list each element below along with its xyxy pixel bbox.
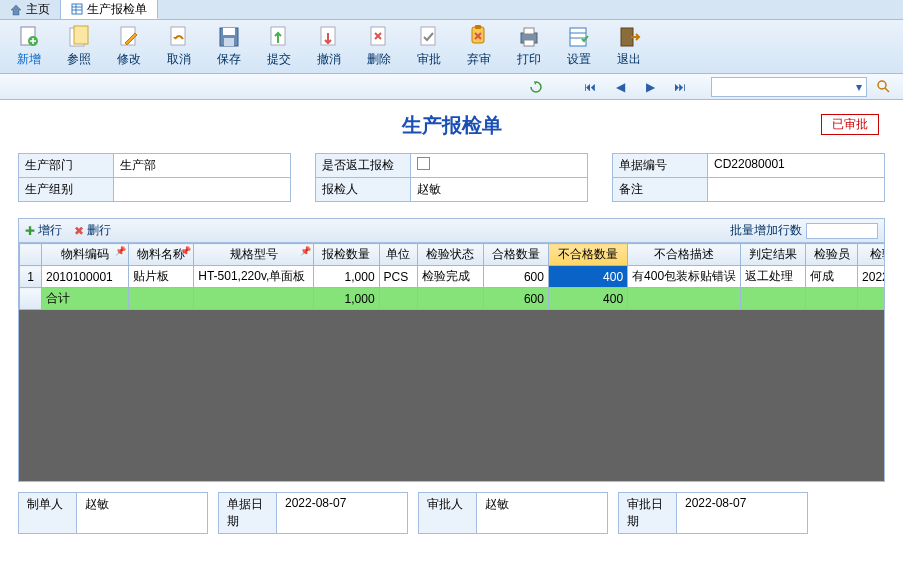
del-row-button[interactable]: ✖删行 [74, 222, 111, 239]
nav-first[interactable]: ⏮ [577, 77, 603, 97]
tab-home-label: 主页 [26, 1, 50, 18]
cell-code[interactable]: 2010100001 [42, 266, 129, 288]
add-row-button[interactable]: ✚增行 [25, 222, 62, 239]
col-status[interactable]: 检验状态 [418, 244, 483, 266]
cell-spec[interactable]: HT-501,220v,单面板 [194, 266, 314, 288]
submit-button[interactable]: 提交 [254, 22, 304, 71]
cell-name[interactable]: 贴片板 [128, 266, 193, 288]
maker-value: 赵敏 [77, 493, 207, 533]
total-row: 合计 1,000 600 400 [20, 288, 885, 310]
docdate-value: 2022-08-07 [277, 493, 407, 533]
remark-label: 备注 [613, 178, 708, 201]
tab-home[interactable]: 主页 [0, 0, 61, 19]
group-value[interactable] [114, 178, 290, 201]
print-icon [517, 25, 541, 49]
col-unit[interactable]: 单位 [379, 244, 418, 266]
nav-last[interactable]: ⏭ [667, 77, 693, 97]
approver-value: 赵敏 [477, 493, 607, 533]
col-spec[interactable]: 规格型号📌 [194, 244, 314, 266]
rework-value [411, 154, 587, 177]
data-grid: 物料编码📌 物料名称📌 规格型号📌 报检数量 单位 检验状态 合格数量 不合格数… [18, 242, 885, 482]
del-row-icon: ✖ [74, 224, 84, 238]
refresh-button[interactable] [523, 77, 549, 97]
header-fields: 生产部门生产部 生产组别 是否返工报检 报检人赵敏 单据编号CD22080001… [0, 145, 903, 210]
tab-current[interactable]: 生产报检单 [61, 0, 158, 19]
docno-value[interactable]: CD22080001 [708, 154, 884, 177]
find-button[interactable] [871, 77, 897, 97]
cell-unit[interactable]: PCS [379, 266, 418, 288]
total-label: 合计 [42, 288, 129, 310]
rework-checkbox[interactable] [417, 157, 430, 170]
svg-rect-0 [72, 4, 82, 14]
svg-line-27 [885, 88, 889, 92]
reporter-value[interactable]: 赵敏 [411, 178, 587, 201]
col-verdict[interactable]: 判定结果 [741, 244, 806, 266]
col-faildesc[interactable]: 不合格描述 [628, 244, 741, 266]
remark-value[interactable] [708, 178, 884, 201]
bulk-label: 批量增加行数 [730, 222, 802, 239]
grid-toolbar: ✚增行 ✖删行 批量增加行数 [18, 218, 885, 242]
search-box: ▾ [711, 77, 867, 97]
apprdate-value: 2022-08-07 [677, 493, 807, 533]
cell-verdict[interactable]: 返工处理 [741, 266, 806, 288]
ref-button[interactable]: 参照 [54, 22, 104, 71]
new-button[interactable]: 新增 [4, 22, 54, 71]
search-input[interactable] [712, 80, 852, 94]
print-button[interactable]: 打印 [504, 22, 554, 71]
grid-scroll[interactable]: 物料编码📌 物料名称📌 规格型号📌 报检数量 单位 检验状态 合格数量 不合格数… [19, 243, 884, 481]
cell-pass[interactable]: 600 [483, 266, 548, 288]
cell-fail[interactable]: 400 [548, 266, 627, 288]
svg-rect-20 [524, 28, 534, 34]
new-icon [17, 25, 41, 49]
reference-icon [67, 25, 91, 49]
col-inspector[interactable]: 检验员 [806, 244, 858, 266]
delete-button[interactable]: 删除 [354, 22, 404, 71]
col-name[interactable]: 物料名称📌 [128, 244, 193, 266]
pin-icon: 📌 [115, 246, 126, 256]
settings-icon [567, 25, 591, 49]
col-qty[interactable]: 报检数量 [314, 244, 379, 266]
nav-prev[interactable]: ◀ [607, 77, 633, 97]
total-pass: 600 [483, 288, 548, 310]
delete-icon [367, 25, 391, 49]
exit-button[interactable]: 退出 [604, 22, 654, 71]
bulk-input[interactable] [806, 223, 878, 239]
search-dropdown[interactable]: ▾ [852, 80, 866, 94]
tab-bar: 主页 生产报检单 [0, 0, 903, 20]
approver-label: 审批人 [419, 493, 477, 533]
dept-value[interactable]: 生产部 [114, 154, 290, 177]
docno-label: 单据编号 [613, 154, 708, 177]
approve-button[interactable]: 审批 [404, 22, 454, 71]
cancel-button[interactable]: 取消 [154, 22, 204, 71]
grid-header: 物料编码📌 物料名称📌 规格型号📌 报检数量 单位 检验状态 合格数量 不合格数… [20, 244, 885, 266]
nav-next[interactable]: ▶ [637, 77, 663, 97]
row-index[interactable]: 1 [20, 266, 42, 288]
cell-qty[interactable]: 1,000 [314, 266, 379, 288]
cell-faildesc[interactable]: 有400包装标贴错误 [628, 266, 741, 288]
cell-status[interactable]: 检验完成 [418, 266, 483, 288]
submit-icon [267, 25, 291, 49]
settings-button[interactable]: 设置 [554, 22, 604, 71]
record-nav: ⏮ ◀ ▶ ⏭ ▾ [0, 74, 903, 100]
status-stamp: 已审批 [821, 114, 879, 135]
edit-button[interactable]: 修改 [104, 22, 154, 71]
col-code[interactable]: 物料编码📌 [42, 244, 129, 266]
total-qty: 1,000 [314, 288, 379, 310]
save-button[interactable]: 保存 [204, 22, 254, 71]
page-title: 生产报检单 [402, 114, 502, 136]
maker-label: 制单人 [19, 493, 77, 533]
revoke-button[interactable]: 撤消 [304, 22, 354, 71]
home-icon [10, 4, 22, 16]
col-fail[interactable]: 不合格数量 [548, 244, 627, 266]
form-icon [71, 3, 83, 15]
svg-rect-7 [74, 26, 88, 44]
col-date[interactable]: 检验日 [858, 244, 884, 266]
col-pass[interactable]: 合格数量 [483, 244, 548, 266]
rowhead-corner[interactable] [20, 244, 42, 266]
edit-icon [117, 25, 141, 49]
cell-inspector[interactable]: 何成 [806, 266, 858, 288]
table-row[interactable]: 1 2010100001 贴片板 HT-501,220v,单面板 1,000 P… [20, 266, 885, 288]
cell-date[interactable]: 2022-08 [858, 266, 884, 288]
reject-button[interactable]: 弃审 [454, 22, 504, 71]
undo-icon [167, 25, 191, 49]
